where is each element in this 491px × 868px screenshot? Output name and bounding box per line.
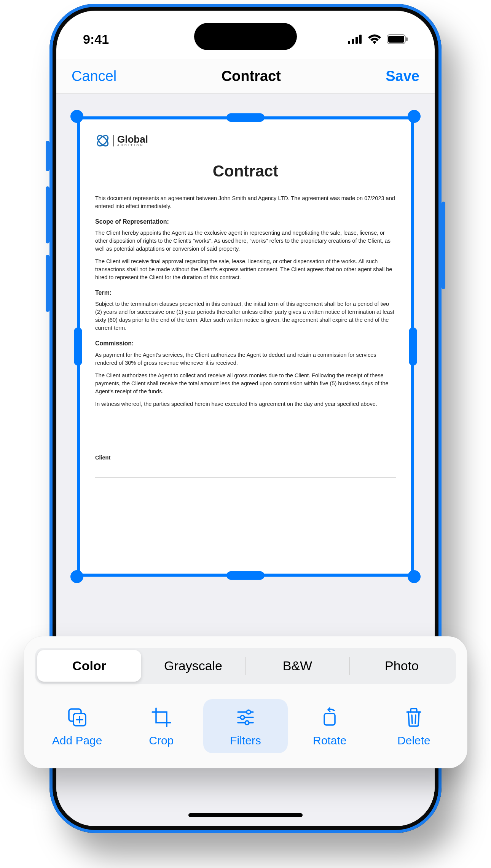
battery-icon xyxy=(387,34,408,44)
doc-logo: Global AUDITION xyxy=(95,133,396,148)
logo-text: Global xyxy=(117,135,148,144)
svg-rect-6 xyxy=(406,37,408,41)
delete-label: Delete xyxy=(397,734,430,747)
doc-term-p1: Subject to the termination clauses prese… xyxy=(95,300,396,332)
rotate-button[interactable]: Rotate xyxy=(288,699,372,753)
filters-button[interactable]: Filters xyxy=(203,699,287,753)
svg-rect-2 xyxy=(355,37,358,44)
svg-rect-5 xyxy=(388,36,404,43)
doc-h-scope: Scope of Representation: xyxy=(95,217,396,226)
tool-row: Add Page Crop Filters xyxy=(35,699,456,753)
save-button[interactable]: Save xyxy=(386,68,419,84)
filter-grayscale[interactable]: Grayscale xyxy=(141,650,245,682)
doc-comm-p2: The Client authorizes the Agent to colle… xyxy=(95,372,396,396)
add-page-icon xyxy=(67,707,88,728)
power-button xyxy=(442,202,445,289)
svg-rect-0 xyxy=(348,41,350,44)
filters-icon xyxy=(235,707,256,728)
doc-h-term: Term: xyxy=(95,288,396,297)
crop-handle-right[interactable] xyxy=(409,327,417,366)
svg-rect-3 xyxy=(359,35,362,44)
cellular-icon xyxy=(348,35,362,44)
doc-witness: In witness whereof, the parties specifie… xyxy=(95,400,396,408)
bottom-panel: Color Grayscale B&W Photo Add Page Crop xyxy=(24,636,467,768)
crop-handle-bottom-right[interactable] xyxy=(408,570,421,583)
crop-handle-left[interactable] xyxy=(74,327,82,366)
svg-point-18 xyxy=(245,721,249,725)
nav-bar: Cancel Contract Save xyxy=(56,59,435,94)
filter-color[interactable]: Color xyxy=(37,650,141,682)
wifi-icon xyxy=(368,34,381,44)
svg-point-16 xyxy=(241,715,244,719)
filter-photo[interactable]: Photo xyxy=(350,650,454,682)
add-page-button[interactable]: Add Page xyxy=(35,699,119,753)
crop-frame[interactable]: Global AUDITION Contract This document r… xyxy=(77,116,414,577)
svg-line-20 xyxy=(412,715,412,723)
crop-handle-top-right[interactable] xyxy=(408,110,421,123)
logo-mark-icon xyxy=(95,133,110,148)
status-time: 9:41 xyxy=(83,32,109,47)
svg-rect-19 xyxy=(324,714,335,725)
home-indicator[interactable] xyxy=(188,813,303,817)
doc-intro: This document represents an agreement be… xyxy=(95,194,396,210)
rotate-label: Rotate xyxy=(313,734,346,747)
crop-handle-top[interactable] xyxy=(226,113,265,122)
side-switch xyxy=(46,141,49,171)
volume-down-button xyxy=(46,255,49,312)
crop-button[interactable]: Crop xyxy=(119,699,203,753)
crop-icon xyxy=(151,707,172,728)
trash-icon xyxy=(403,707,424,728)
signature-line xyxy=(95,477,396,477)
dynamic-island xyxy=(194,23,297,50)
crop-handle-top-left[interactable] xyxy=(70,110,83,123)
svg-rect-1 xyxy=(352,39,354,44)
svg-line-21 xyxy=(415,715,416,723)
volume-up-button xyxy=(46,186,49,243)
page-title: Contract xyxy=(222,68,281,84)
doc-h-commission: Commission: xyxy=(95,339,396,348)
rotate-icon xyxy=(319,707,340,728)
crop-label: Crop xyxy=(149,734,174,747)
cancel-button[interactable]: Cancel xyxy=(72,68,116,84)
doc-scope-p1: The Client hereby appoints the Agent as … xyxy=(95,229,396,253)
document-page[interactable]: Global AUDITION Contract This document r… xyxy=(80,119,411,574)
logo-subtext: AUDITION xyxy=(117,144,148,146)
delete-button[interactable]: Delete xyxy=(372,699,456,753)
crop-handle-bottom-left[interactable] xyxy=(70,570,83,583)
filters-label: Filters xyxy=(230,734,261,747)
add-page-label: Add Page xyxy=(52,734,102,747)
doc-scope-p2: The Client will receive final approval r… xyxy=(95,258,396,281)
doc-comm-p1: As payment for the Agent's services, the… xyxy=(95,351,396,367)
filter-segmented-control: Color Grayscale B&W Photo xyxy=(35,648,456,684)
svg-point-14 xyxy=(247,710,250,714)
doc-title: Contract xyxy=(95,160,396,183)
crop-handle-bottom[interactable] xyxy=(226,571,265,580)
signature-label: Client xyxy=(95,454,396,462)
filter-bw[interactable]: B&W xyxy=(246,650,349,682)
status-indicators xyxy=(348,34,408,44)
